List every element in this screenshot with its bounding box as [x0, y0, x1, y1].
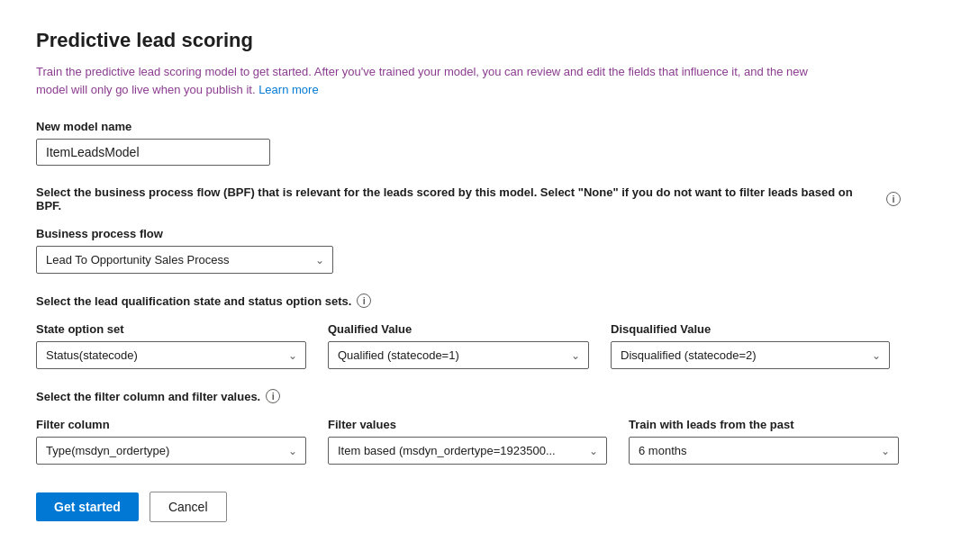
- intro-description: Train the predictive lead scoring model …: [36, 63, 820, 98]
- qualified-label: Qualified Value: [328, 322, 589, 336]
- bpf-label: Business process flow: [36, 227, 934, 240]
- filter-col-label: Filter column: [36, 418, 306, 431]
- filter-val-group: Filter values Item based (msdyn_ordertyp…: [328, 418, 607, 465]
- state-dropdown[interactable]: Status(statecode): [36, 341, 306, 369]
- filter-val-label: Filter values: [328, 418, 607, 431]
- qualification-description: Select the lead qualification state and …: [36, 294, 901, 308]
- page-title: Predictive lead scoring: [36, 29, 934, 52]
- disqualified-label: Disqualified Value: [611, 322, 890, 336]
- filter-info-icon[interactable]: i: [266, 389, 280, 403]
- disqualified-dropdown[interactable]: Disqualified (statecode=2): [611, 341, 890, 369]
- state-option-group: State option set Status(statecode) ⌄: [36, 322, 306, 369]
- qualified-value-group: Qualified Value Qualified (statecode=1) …: [328, 322, 589, 369]
- filter-description: Select the filter column and filter valu…: [36, 389, 901, 403]
- filter-val-dropdown[interactable]: Item based (msdyn_ordertype=1923500...: [328, 437, 607, 465]
- train-leads-group: Train with leads from the past 6 months …: [629, 418, 899, 465]
- disqualified-value-group: Disqualified Value Disqualified (stateco…: [611, 322, 890, 369]
- filter-col-dropdown[interactable]: Type(msdyn_ordertype): [36, 437, 306, 465]
- learn-more-link[interactable]: Learn more: [258, 83, 318, 96]
- filter-col-group: Filter column Type(msdyn_ordertype) ⌄: [36, 418, 306, 465]
- qualification-info-icon[interactable]: i: [357, 294, 371, 308]
- qualified-dropdown[interactable]: Qualified (statecode=1): [328, 341, 589, 369]
- model-name-label: New model name: [36, 120, 934, 133]
- cancel-button[interactable]: Cancel: [150, 492, 227, 522]
- model-name-input[interactable]: [36, 139, 270, 166]
- train-label: Train with leads from the past: [629, 418, 899, 431]
- state-label: State option set: [36, 322, 306, 336]
- train-dropdown[interactable]: 6 months 3 months 12 months: [629, 437, 899, 465]
- bpf-dropdown[interactable]: Lead To Opportunity Sales Process None: [36, 246, 333, 274]
- bpf-description: Select the business process flow (BPF) t…: [36, 185, 901, 212]
- action-buttons: Get started Cancel: [36, 492, 934, 522]
- bpf-info-icon[interactable]: i: [886, 192, 901, 206]
- get-started-button[interactable]: Get started: [36, 492, 139, 521]
